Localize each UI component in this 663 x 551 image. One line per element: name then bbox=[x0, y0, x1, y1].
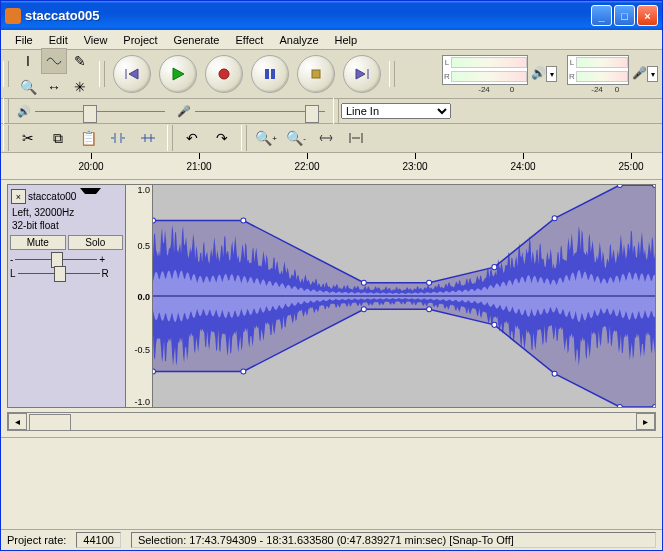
track-channel-info: Left, 32000Hz bbox=[10, 206, 123, 219]
silence-button[interactable] bbox=[135, 125, 161, 151]
scroll-right-button[interactable]: ▸ bbox=[636, 413, 655, 430]
vertical-ruler: 1.0 0.5 0.0 -0.5 -1.0 bbox=[126, 185, 153, 407]
skip-end-button[interactable] bbox=[343, 55, 381, 93]
waveform-display[interactable] bbox=[153, 185, 655, 407]
input-volume-slider[interactable] bbox=[195, 103, 325, 119]
svg-point-0 bbox=[219, 69, 229, 79]
solo-button[interactable]: Solo bbox=[68, 235, 124, 250]
svg-point-5 bbox=[241, 218, 246, 223]
track-pan-slider[interactable] bbox=[18, 267, 100, 279]
track-name: staccato00 bbox=[28, 191, 76, 202]
selection-tool-icon[interactable]: I bbox=[15, 48, 41, 74]
empty-track-area[interactable] bbox=[1, 437, 662, 496]
title-bar: staccato005 _ □ × bbox=[1, 1, 662, 30]
svg-point-7 bbox=[427, 280, 432, 285]
mic-icon: 🎤 bbox=[177, 105, 191, 118]
maximize-button[interactable]: □ bbox=[614, 5, 635, 26]
svg-point-17 bbox=[552, 371, 557, 376]
envelope-tool-icon[interactable] bbox=[41, 48, 67, 74]
timeshift-tool-icon[interactable]: ↔ bbox=[41, 74, 67, 100]
menu-analyze[interactable]: Analyze bbox=[271, 32, 326, 48]
output-meter: L R bbox=[442, 55, 528, 85]
fit-selection-button[interactable] bbox=[313, 125, 339, 151]
svg-point-6 bbox=[361, 280, 366, 285]
track-gain-slider[interactable] bbox=[15, 253, 97, 265]
scroll-left-button[interactable]: ◂ bbox=[8, 413, 27, 430]
project-rate-value[interactable]: 44100 bbox=[76, 532, 121, 548]
output-volume-slider[interactable] bbox=[35, 103, 165, 119]
play-button[interactable] bbox=[159, 55, 197, 93]
svg-point-13 bbox=[241, 369, 246, 374]
stop-button[interactable] bbox=[297, 55, 335, 93]
skip-start-button[interactable] bbox=[113, 55, 151, 93]
menu-generate[interactable]: Generate bbox=[166, 32, 228, 48]
menu-bar: File Edit View Project Generate Effect A… bbox=[1, 30, 662, 50]
svg-rect-2 bbox=[271, 69, 275, 79]
close-button[interactable]: × bbox=[637, 5, 658, 26]
zoom-tool-icon[interactable]: 🔍 bbox=[15, 74, 41, 100]
svg-point-12 bbox=[153, 369, 156, 374]
speaker-icon: 🔊 bbox=[17, 105, 31, 118]
output-meter-menu[interactable]: ▾ bbox=[546, 66, 557, 82]
svg-point-14 bbox=[361, 307, 366, 312]
transport-controls bbox=[107, 51, 387, 97]
svg-point-9 bbox=[552, 216, 557, 221]
track-menu-button[interactable] bbox=[80, 188, 101, 205]
track-header: × staccato00 Left, 32000Hz 32-bit float … bbox=[8, 185, 126, 407]
zoom-in-button[interactable]: 🔍+ bbox=[253, 125, 279, 151]
paste-button[interactable]: 📋 bbox=[75, 125, 101, 151]
pause-button[interactable] bbox=[251, 55, 289, 93]
project-rate-label: Project rate: bbox=[7, 534, 66, 546]
zoom-out-button[interactable]: 🔍- bbox=[283, 125, 309, 151]
svg-rect-3 bbox=[312, 70, 320, 78]
cut-button[interactable]: ✂ bbox=[15, 125, 41, 151]
speaker-icon: 🔊 bbox=[530, 66, 546, 80]
redo-button[interactable]: ↷ bbox=[209, 125, 235, 151]
app-icon bbox=[5, 8, 21, 24]
menu-effect[interactable]: Effect bbox=[227, 32, 271, 48]
track-format-info: 32-bit float bbox=[10, 219, 123, 232]
svg-rect-1 bbox=[265, 69, 269, 79]
status-bar: Project rate: 44100 Selection: 17:43.794… bbox=[1, 529, 662, 550]
draw-tool-icon[interactable]: ✎ bbox=[67, 48, 93, 74]
input-meter-menu[interactable]: ▾ bbox=[647, 66, 658, 82]
trim-button[interactable] bbox=[105, 125, 131, 151]
menu-project[interactable]: Project bbox=[115, 32, 165, 48]
window-title: staccato005 bbox=[25, 8, 591, 23]
multi-tool-icon[interactable]: ✳ bbox=[67, 74, 93, 100]
input-source-select[interactable]: Line In bbox=[341, 103, 451, 119]
input-meter: L R bbox=[567, 55, 629, 85]
svg-point-16 bbox=[492, 322, 497, 327]
undo-button[interactable]: ↶ bbox=[179, 125, 205, 151]
svg-point-4 bbox=[153, 218, 156, 223]
selection-status: Selection: 17:43.794309 - 18:31.633580 (… bbox=[131, 532, 656, 548]
record-button[interactable] bbox=[205, 55, 243, 93]
mute-button[interactable]: Mute bbox=[10, 235, 66, 250]
copy-button[interactable]: ⧉ bbox=[45, 125, 71, 151]
svg-point-10 bbox=[617, 185, 622, 188]
svg-point-18 bbox=[617, 404, 622, 407]
minimize-button[interactable]: _ bbox=[591, 5, 612, 26]
svg-point-8 bbox=[492, 265, 497, 270]
timeline-ruler[interactable]: 20:00 21:00 22:00 23:00 24:00 25:00 bbox=[1, 153, 662, 180]
track-close-button[interactable]: × bbox=[11, 189, 26, 204]
horizontal-scrollbar[interactable]: ◂ ▸ bbox=[7, 412, 656, 431]
menu-help[interactable]: Help bbox=[327, 32, 366, 48]
svg-point-15 bbox=[427, 307, 432, 312]
mic-icon: 🎤 bbox=[631, 66, 647, 80]
fit-project-button[interactable] bbox=[343, 125, 369, 151]
